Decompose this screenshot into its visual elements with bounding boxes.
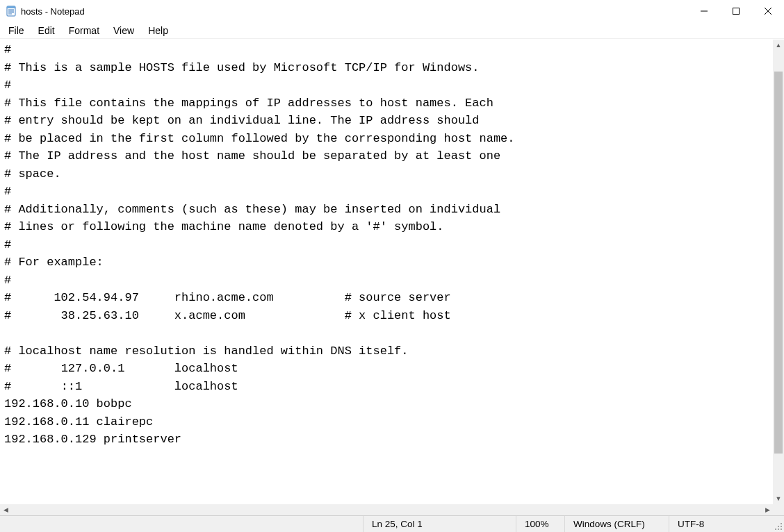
vertical-scroll-track[interactable] <box>773 51 784 493</box>
scroll-left-icon[interactable]: ◀ <box>0 504 11 515</box>
vertical-scrollbar[interactable]: ▲ ▼ <box>773 40 784 504</box>
svg-point-12 <box>778 526 779 527</box>
resize-grip[interactable] <box>773 516 784 532</box>
status-zoom: 100% <box>516 516 564 532</box>
status-spacer <box>0 516 363 532</box>
minimize-icon <box>701 8 708 15</box>
resize-grip-icon <box>774 522 783 531</box>
close-icon <box>765 8 771 15</box>
scroll-corner <box>773 504 784 515</box>
maximize-icon <box>733 8 740 15</box>
svg-rect-7 <box>733 8 740 15</box>
menu-bar: File Edit Format View Help <box>0 22 784 39</box>
vertical-scroll-thumb[interactable] <box>774 72 783 454</box>
status-cursor-position: Ln 25, Col 1 <box>363 516 516 532</box>
titlebar-left: hosts - Notepad <box>6 6 85 17</box>
status-bar: Ln 25, Col 1 100% Windows (CRLF) UTF-8 <box>0 515 784 532</box>
menu-help[interactable]: Help <box>141 24 175 38</box>
minimize-button[interactable] <box>688 0 720 22</box>
menu-edit[interactable]: Edit <box>31 24 62 38</box>
horizontal-scrollbar[interactable]: ◀ ▶ <box>0 504 773 515</box>
menu-file[interactable]: File <box>1 24 31 38</box>
content-area: # # This is a sample HOSTS file used by … <box>0 39 784 515</box>
svg-point-15 <box>775 529 776 530</box>
notepad-app-icon <box>6 6 17 17</box>
status-line-ending: Windows (CRLF) <box>564 516 669 532</box>
text-editor[interactable]: # # This is a sample HOSTS file used by … <box>0 40 773 504</box>
menu-format[interactable]: Format <box>62 24 106 38</box>
titlebar[interactable]: hosts - Notepad <box>0 0 784 22</box>
status-encoding: UTF-8 <box>669 516 773 532</box>
editor-wrap: # # This is a sample HOSTS file used by … <box>0 39 784 515</box>
svg-point-14 <box>778 529 779 530</box>
svg-point-10 <box>781 523 782 524</box>
scroll-right-icon[interactable]: ▶ <box>762 504 773 515</box>
window-controls <box>688 0 784 22</box>
svg-rect-1 <box>7 6 15 8</box>
maximize-button[interactable] <box>720 0 752 22</box>
horizontal-scroll-track[interactable] <box>11 504 762 515</box>
svg-point-11 <box>781 526 782 527</box>
scroll-up-icon[interactable]: ▲ <box>773 40 784 51</box>
scroll-down-icon[interactable]: ▼ <box>773 493 784 504</box>
close-button[interactable] <box>752 0 784 22</box>
svg-point-13 <box>781 529 782 530</box>
window-title: hosts - Notepad <box>21 6 85 17</box>
menu-view[interactable]: View <box>106 24 141 38</box>
